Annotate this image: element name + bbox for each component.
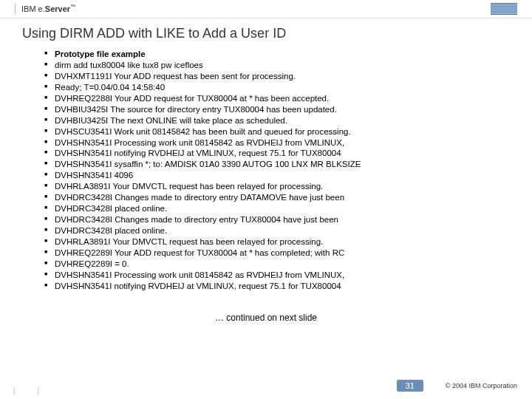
bullet-item: DVHDRC3428I Changes made to directory en… (44, 214, 488, 225)
bullet-item: DVHDRC3428I Changes made to directory en… (44, 192, 488, 203)
trademark: ™ (70, 4, 75, 9)
bullet-item: DVHSCU3541I Work unit 08145842 has been … (44, 126, 488, 137)
brand-prefix: IBM e. (21, 4, 45, 13)
svg-rect-7 (491, 14, 517, 15)
bullet-item: DVHREQ2288I Your ADD request for TUX8000… (44, 93, 488, 104)
bullet-item: DVHDRC3428I placed online. (44, 203, 488, 214)
bullet-item: DVHSHN3541I notifying RVDHEIJ at VMLINUX… (44, 148, 488, 159)
page-number: 31 (397, 380, 423, 392)
svg-rect-5 (491, 11, 517, 12)
brand-text: IBM e.Server™ (21, 4, 75, 13)
copyright-text: © 2004 IBM Corporation (446, 382, 517, 389)
bullet-item: DVHSHN3541I Processing work unit 0814584… (44, 137, 488, 149)
slide-content: Prototype file exampledirm add tux80004 … (0, 46, 532, 323)
bullet-item: DVHBIU3425I The source for directory ent… (44, 104, 488, 115)
bullet-item: Ready; T=0.04/0.04 14:58:40 (44, 82, 488, 93)
ibm-logo-icon (491, 3, 517, 15)
bullet-item: DVHREQ2289I = 0. (44, 259, 488, 270)
bullet-item: DVHSHN3541I 4096 (44, 170, 488, 181)
svg-rect-3 (491, 7, 517, 8)
svg-rect-1 (491, 4, 517, 5)
brand-suffix: Server (45, 4, 70, 13)
bullet-item: dirm add tux80004 like tux8 pw icefloes (44, 60, 488, 71)
bullet-heading: Prototype file example (44, 49, 488, 60)
bullet-item: DVHSHN3541I Processing work unit 0814584… (44, 270, 488, 281)
bullet-item: DVHRLA3891I Your DMVCTL request has been… (44, 236, 488, 248)
bullet-item: DVHREQ2289I Your ADD request for TUX8000… (44, 248, 488, 259)
slide-header: IBM e.Server™ (0, 0, 532, 18)
bullet-list: Prototype file exampledirm add tux80004 … (44, 49, 488, 292)
svg-rect-2 (491, 6, 517, 7)
brand-block: IBM e.Server™ (15, 4, 75, 14)
slide-footer: 31 © 2004 IBM Corporation (397, 380, 517, 392)
bullet-item: DVHBIU3425I The next ONLINE will take pl… (44, 115, 488, 126)
bullet-item: DVHSHN3541I notifying RVDHEIJ at VMLINUX… (44, 281, 488, 292)
svg-rect-6 (491, 13, 517, 13)
bullet-item: DVHSHN3541I sysaffin *; to: AMDISK 01A0 … (44, 159, 488, 170)
svg-rect-4 (491, 9, 517, 10)
slide-title: Using DIRM ADD with LIKE to Add a User I… (0, 18, 532, 46)
pipe-mark: | (13, 386, 16, 395)
bullet-item: DVHDRC3428I placed online. (44, 225, 488, 236)
bullet-item: DVHRLA3891I Your DMVCTL request has been… (44, 181, 488, 192)
continued-note: … continued on next slide (44, 292, 488, 323)
svg-rect-0 (491, 3, 517, 4)
decorative-marks: | | (13, 386, 39, 395)
header-divider (15, 4, 16, 14)
pipe-mark: | (38, 386, 40, 395)
bullet-item: DVHXMT1191I Your ADD request has been se… (44, 71, 488, 82)
